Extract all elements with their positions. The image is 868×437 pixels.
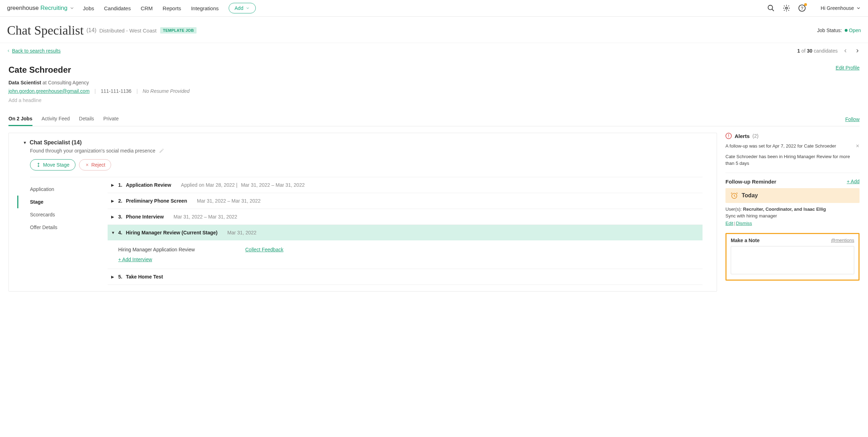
nav-integrations[interactable]: Integrations: [191, 5, 218, 11]
top-nav: greenhouse Recruiting Jobs Candidates CR…: [0, 0, 868, 17]
dismiss-link[interactable]: Dismiss: [736, 221, 752, 226]
help-icon[interactable]: ?: [798, 4, 806, 12]
job-title: Chat Specialist: [7, 23, 84, 38]
mentions-link[interactable]: @mentions: [831, 238, 854, 243]
stage-name: Take Home Test: [126, 274, 163, 280]
found-via: Found through your organization's social…: [9, 146, 717, 154]
search-icon[interactable]: [767, 4, 775, 12]
svg-text:?: ?: [801, 6, 803, 11]
alerts-header: ! Alerts (2): [725, 133, 860, 139]
sidenav-application[interactable]: Application: [30, 183, 108, 196]
nav-reports[interactable]: Reports: [163, 5, 181, 11]
collect-feedback-link[interactable]: Collect Feedback: [245, 247, 283, 252]
follow-link[interactable]: Follow: [845, 116, 860, 122]
pager-of: of: [801, 48, 806, 54]
add-interview-link[interactable]: + Add Interview: [118, 257, 152, 262]
tabs: On 2 Jobs Activity Feed Details Private: [8, 112, 119, 126]
edit-profile-link[interactable]: Edit Profile: [836, 65, 860, 71]
stage-row[interactable]: ▶ 1. Application Review Applied on Mar 2…: [108, 177, 703, 193]
sidenav-scorecards[interactable]: Scorecards: [30, 208, 108, 221]
main: ▼ Chat Specialist (14) Found through you…: [0, 126, 868, 300]
pager-prev[interactable]: [841, 47, 850, 55]
stage-row[interactable]: ▶ 5. Take Home Test: [108, 269, 703, 285]
chevron-left-icon: [6, 49, 11, 53]
alert-icon: !: [725, 133, 732, 139]
sidenav-stage[interactable]: Stage: [30, 196, 108, 208]
stage-dates: Mar 31, 2022 – Mar 31, 2022: [197, 198, 261, 204]
note-header: Make a Note @mentions: [731, 238, 854, 243]
users-line: User(s): Recruiter, Coordinator, and Isa…: [725, 206, 860, 212]
move-stage-label: Move Stage: [43, 162, 70, 168]
stage-dates: Mar 31, 2022: [227, 230, 257, 235]
nav-links: Jobs Candidates CRM Reports Integrations: [83, 5, 219, 11]
stages: ▶ 1. Application Review Applied on Mar 2…: [108, 177, 703, 285]
move-icon: [36, 162, 41, 167]
users-label: User(s):: [725, 206, 743, 212]
gear-icon[interactable]: [783, 4, 790, 12]
candidate-header: Cate Schroeder Edit Profile Data Scienti…: [0, 59, 868, 106]
stage-row[interactable]: ▶ 3. Phone Interview Mar 31, 2022 – Mar …: [108, 209, 703, 225]
user-menu[interactable]: Hi Greenhouse: [821, 5, 861, 11]
stage-dates: Mar 31, 2022 – Mar 31, 2022: [241, 182, 305, 188]
nav-crm[interactable]: CRM: [141, 5, 153, 11]
divider: |: [137, 88, 138, 94]
note-title: Make a Note: [731, 238, 760, 243]
divider: [725, 173, 860, 173]
candidate-name: Cate Schroeder: [8, 65, 71, 75]
active-indicator: [17, 196, 18, 208]
job-status-label: Job Status:: [817, 28, 842, 33]
chevron-down-icon: [70, 6, 74, 11]
pager: 1 of 30 candidates: [797, 47, 862, 55]
add-button[interactable]: Add: [229, 3, 256, 13]
alert-item: Cate Schroeder has been in Hiring Manage…: [725, 153, 860, 167]
job-status-value: Open: [849, 28, 861, 33]
no-resume-label: No Resume Provided: [143, 88, 189, 94]
caret-right-icon: ▶: [111, 199, 115, 203]
reject-label: Reject: [91, 162, 106, 168]
make-note-box: Make a Note @mentions: [725, 233, 860, 281]
tab-private[interactable]: Private: [103, 112, 119, 126]
left-column: ▼ Chat Specialist (14) Found through you…: [8, 133, 717, 292]
candidate-contact: john.gordon.greenhouse@gmail.com | 111-1…: [8, 88, 860, 94]
back-row: Back to search results 1 of 30 candidate…: [0, 43, 868, 59]
move-stage-button[interactable]: Move Stage: [30, 159, 76, 170]
job-location: Distributed - West Coast: [99, 28, 156, 34]
pager-next[interactable]: [853, 47, 862, 55]
logo-text-right: Recruiting: [41, 5, 68, 12]
svg-line-1: [772, 9, 774, 11]
back-link[interactable]: Back to search results: [6, 48, 61, 54]
tab-activity-feed[interactable]: Activity Feed: [42, 112, 70, 126]
pencil-icon[interactable]: [159, 148, 164, 154]
add-headline[interactable]: Add a headline: [8, 97, 860, 103]
pager-current: 1: [797, 48, 800, 54]
tab-on-jobs[interactable]: On 2 Jobs: [8, 112, 32, 126]
alerts-title: Alerts: [735, 133, 750, 139]
stage-row-current[interactable]: ▼ 4. Hiring Manager Review (Current Stag…: [108, 225, 703, 240]
edit-link[interactable]: Edit: [725, 221, 733, 226]
alarm-icon: [730, 192, 738, 199]
job-section-header[interactable]: ▼ Chat Specialist (14): [9, 139, 717, 146]
close-icon[interactable]: ✕: [856, 143, 860, 150]
stage-dates: Mar 31, 2022 – Mar 31, 2022: [174, 214, 237, 220]
stage-num: 2.: [118, 198, 122, 204]
sidenav-offer-details[interactable]: Offer Details: [30, 221, 108, 234]
nav-candidates[interactable]: Candidates: [104, 5, 131, 11]
back-link-label: Back to search results: [12, 48, 61, 54]
note-textarea[interactable]: [731, 246, 854, 274]
logo[interactable]: greenhouse Recruiting: [7, 5, 74, 12]
reject-button[interactable]: Reject: [79, 159, 111, 170]
tab-details[interactable]: Details: [79, 112, 94, 126]
nav-jobs[interactable]: Jobs: [83, 5, 94, 11]
content-row: Application Stage Scorecards Offer Detai…: [9, 177, 717, 285]
close-icon: [85, 163, 89, 167]
divider: |: [95, 88, 96, 94]
stage-row[interactable]: ▶ 2. Preliminary Phone Screen Mar 31, 20…: [108, 193, 703, 209]
stage-applied: Applied on Mar 28, 2022 |: [181, 182, 237, 188]
users-value: Recruiter, Coordinator, and Isaac Ellig: [743, 206, 826, 212]
pager-suffix: candidates: [814, 48, 838, 54]
caret-down-icon: ▼: [23, 140, 27, 145]
candidate-email[interactable]: john.gordon.greenhouse@gmail.com: [8, 88, 90, 94]
caret-right-icon: ▶: [111, 215, 115, 219]
add-followup-link[interactable]: + Add: [847, 179, 860, 184]
followup-title: Follow-up Reminder: [725, 179, 776, 185]
